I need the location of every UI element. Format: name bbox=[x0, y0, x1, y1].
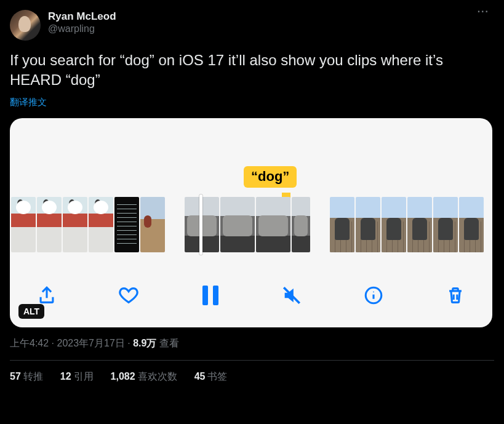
post-time[interactable]: 上午4:42 bbox=[10, 338, 49, 348]
clip-group-3[interactable] bbox=[330, 197, 484, 252]
clip-thumbnail[interactable] bbox=[114, 197, 139, 252]
quotes-stat[interactable]: 12引用 bbox=[60, 370, 94, 383]
clip-thumbnail[interactable] bbox=[140, 197, 165, 252]
media-toolbar bbox=[10, 279, 492, 311]
playhead[interactable] bbox=[199, 194, 202, 255]
info-icon[interactable] bbox=[361, 283, 386, 308]
heart-icon[interactable] bbox=[116, 283, 141, 308]
author-handle[interactable]: @warpling bbox=[48, 23, 116, 35]
media-card[interactable]: “dog” bbox=[10, 118, 492, 327]
clip-thumbnail[interactable] bbox=[63, 197, 87, 252]
clip-thumbnail[interactable] bbox=[459, 197, 484, 252]
bookmarks-stat[interactable]: 45书签 bbox=[194, 370, 228, 383]
views-count: 8.9万 bbox=[133, 338, 156, 348]
clip-thumbnail[interactable] bbox=[407, 197, 432, 252]
views-label: 查看 bbox=[156, 338, 178, 348]
clip-thumbnail[interactable] bbox=[292, 197, 310, 252]
clip-thumbnail[interactable] bbox=[37, 197, 62, 252]
clip-thumbnail[interactable] bbox=[11, 197, 36, 252]
avatar[interactable] bbox=[10, 10, 41, 41]
clip-thumbnail[interactable] bbox=[330, 197, 354, 252]
mute-icon[interactable] bbox=[279, 283, 304, 308]
clip-thumbnail[interactable] bbox=[356, 197, 380, 252]
clip-thumbnail[interactable] bbox=[433, 197, 458, 252]
clip-thumbnail[interactable] bbox=[382, 197, 406, 252]
clip-thumbnail[interactable] bbox=[256, 197, 290, 252]
clip-group-2[interactable] bbox=[185, 197, 310, 252]
search-bubble: “dog” bbox=[244, 166, 297, 188]
tweet-meta: 上午4:42 · 2023年7月17日 · 8.9万 查看 bbox=[10, 337, 494, 350]
tweet-header: Ryan McLeod @warpling bbox=[10, 10, 494, 41]
tweet-stats: 57转推 12引用 1,082喜欢次数 45书签 bbox=[10, 361, 494, 383]
post-date[interactable]: 2023年7月17日 bbox=[57, 338, 124, 348]
clip-thumbnail[interactable] bbox=[220, 197, 255, 252]
alt-badge[interactable]: ALT bbox=[18, 304, 44, 319]
tweet-text: If you search for “dog” on iOS 17 it’ll … bbox=[10, 50, 494, 90]
trash-icon[interactable] bbox=[443, 283, 468, 308]
author-display-name[interactable]: Ryan McLeod bbox=[48, 10, 116, 23]
retweets-stat[interactable]: 57转推 bbox=[10, 370, 43, 383]
timeline-strip[interactable] bbox=[10, 197, 492, 252]
svg-point-1 bbox=[373, 291, 374, 292]
tweet-container: ··· Ryan McLeod @warpling If you search … bbox=[0, 0, 504, 383]
translate-link[interactable]: 翻译推文 bbox=[10, 97, 494, 108]
likes-stat[interactable]: 1,082喜欢次数 bbox=[111, 370, 177, 383]
pause-icon[interactable] bbox=[198, 283, 223, 308]
clip-group-1[interactable] bbox=[11, 197, 165, 252]
more-button[interactable]: ··· bbox=[478, 6, 489, 17]
author-names: Ryan McLeod @warpling bbox=[48, 10, 116, 35]
clip-thumbnail[interactable] bbox=[89, 197, 113, 252]
